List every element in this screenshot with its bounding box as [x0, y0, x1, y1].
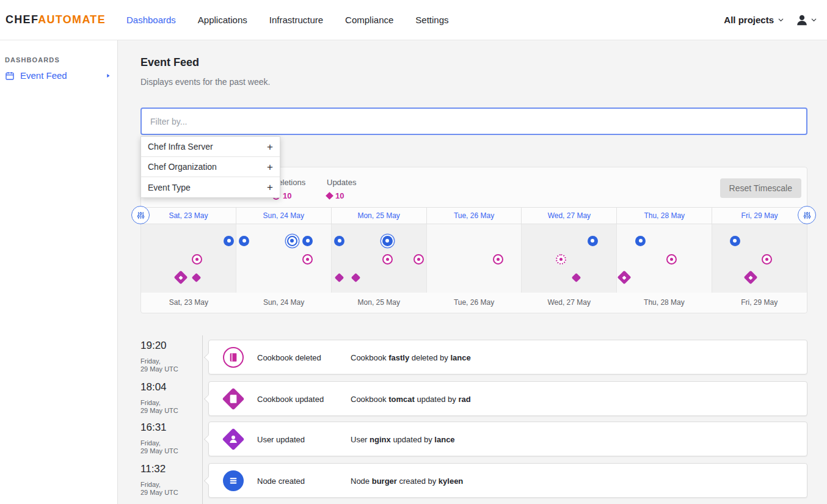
delete-event-marker[interactable]: [302, 254, 313, 265]
desc-action: created by: [399, 477, 437, 486]
navbar-right: All projects: [724, 13, 817, 27]
desc-prefix: Node: [351, 477, 370, 486]
chevron-right-icon: [105, 73, 111, 79]
day-label: Tue, 26 May: [426, 293, 522, 313]
timeline-markers: [141, 224, 807, 293]
update-event-marker[interactable]: [572, 272, 581, 282]
desc-prefix: User: [351, 435, 367, 444]
create-event-marker[interactable]: [302, 236, 313, 246]
entity-name: tomcat: [388, 395, 415, 404]
update-event-marker[interactable]: [351, 272, 360, 282]
delete-event-marker[interactable]: [556, 254, 566, 265]
create-event-marker[interactable]: [635, 236, 646, 246]
event-description: Cookbook fastly deleted by lance: [351, 353, 471, 362]
day-link-mon-25-may[interactable]: Mon, 25 May: [332, 208, 427, 224]
actor-name: lance: [450, 353, 470, 362]
event-description: User nginx updated by lance: [351, 435, 455, 444]
create-event-marker[interactable]: [239, 236, 249, 246]
filter-input[interactable]: [140, 108, 807, 135]
node-created-icon: [222, 469, 245, 492]
filter-category-label: Chef Organization: [148, 162, 217, 172]
card-notch: [204, 477, 213, 485]
day-link-wed-27-may[interactable]: Wed, 27 May: [522, 208, 617, 224]
filter-category-chef-infra-server[interactable]: Chef Infra Server+: [141, 137, 280, 157]
update-event-marker[interactable]: [618, 271, 632, 285]
day-link-tue-26-may[interactable]: Tue, 26 May: [427, 208, 522, 224]
day-link-sun-24-may[interactable]: Sun, 24 May: [236, 208, 332, 224]
desc-action: deleted by: [412, 353, 448, 362]
chevron-down-icon: [811, 16, 817, 23]
create-event-marker[interactable]: [730, 236, 740, 246]
event-card-node-created: Node createdNode burger created by kylee…: [208, 463, 807, 498]
day-link-thu-28-may[interactable]: Thu, 28 May: [617, 208, 712, 224]
cookbook-deleted-icon: [222, 346, 245, 369]
update-event-marker[interactable]: [192, 272, 202, 282]
day-link-sat-23-may[interactable]: Sat, 23 May: [141, 208, 236, 224]
expand-category-icon[interactable]: +: [267, 142, 273, 152]
nav-item-dashboards[interactable]: Dashboards: [126, 15, 176, 25]
event-weekday: Friday,: [140, 399, 199, 407]
event-title: User updated: [257, 435, 305, 444]
create-event-marker[interactable]: [224, 236, 234, 246]
event-card-cookbook-updated: Cookbook updatedCookbook tomcat updated …: [208, 381, 807, 416]
day-label: Fri, 29 May: [712, 293, 807, 313]
day-label: Mon, 25 May: [331, 293, 426, 313]
desc-prefix: Cookbook: [351, 353, 387, 362]
timeline-grid-wrap: [141, 224, 807, 293]
nav-item-applications[interactable]: Applications: [198, 15, 247, 25]
delete-event-marker[interactable]: [493, 254, 503, 265]
timescale-slider-icon: [136, 211, 145, 220]
delete-event-marker[interactable]: [382, 254, 393, 265]
sidebar-item-event-feed[interactable]: Event Feed: [5, 70, 114, 81]
filter-category-event-type[interactable]: Event Type+: [141, 177, 280, 197]
expand-category-icon[interactable]: +: [267, 182, 273, 192]
nav-item-compliance[interactable]: Compliance: [345, 15, 393, 25]
delete-event-marker[interactable]: [666, 254, 677, 265]
event-date: 29 May UTC: [140, 447, 199, 455]
day-link-fri-29-may[interactable]: Fri, 29 May: [712, 208, 807, 224]
projects-filter-button[interactable]: All projects: [724, 15, 784, 25]
create-event-marker[interactable]: [287, 236, 297, 246]
expand-category-icon[interactable]: +: [267, 162, 273, 172]
delete-event-marker[interactable]: [762, 254, 772, 265]
update-event-marker[interactable]: [174, 271, 188, 285]
event-weekday: Friday,: [140, 481, 199, 489]
reset-timescale-button[interactable]: Reset Timescale: [720, 178, 801, 198]
filter-category-chef-organization[interactable]: Chef Organization+: [141, 157, 280, 177]
event-time-label: 19:20: [140, 340, 199, 352]
event-title: Node created: [257, 477, 305, 486]
delete-event-marker[interactable]: [414, 254, 424, 265]
timescale-slider-right[interactable]: [798, 206, 816, 224]
cookbook-updated-icon: [222, 387, 245, 411]
create-event-marker[interactable]: [588, 236, 598, 246]
main-nav: DashboardsApplicationsInfrastructureComp…: [126, 15, 449, 25]
timescale-slider-left[interactable]: [131, 206, 150, 224]
event-description: Node burger created by kyleen: [351, 477, 463, 486]
stat-count: 10: [335, 191, 344, 200]
nav-item-settings[interactable]: Settings: [415, 15, 448, 25]
user-menu-button[interactable]: [795, 13, 817, 27]
event-list-guideline: [202, 335, 203, 504]
event-time-label: 11:32: [140, 463, 199, 475]
update-event-marker[interactable]: [744, 271, 758, 285]
update-event-marker[interactable]: [335, 272, 344, 282]
card-notch: [204, 395, 213, 403]
card-notch: [204, 353, 213, 362]
create-event-marker[interactable]: [334, 236, 344, 246]
page-title: Event Feed: [140, 56, 199, 69]
event-date: 29 May UTC: [140, 407, 199, 415]
actor-name: rad: [458, 395, 470, 404]
event-time: 19:20Friday,29 May UTC: [140, 340, 199, 373]
delete-event-marker[interactable]: [192, 254, 202, 265]
logo-chef: CHEF: [5, 13, 38, 26]
sidebar-heading: DASHBOARDS: [5, 56, 117, 64]
user-updated-icon: [222, 428, 245, 451]
timeline-day-footer: Sat, 23 MaySun, 24 MayMon, 25 MayTue, 26…: [141, 293, 807, 313]
create-event-marker[interactable]: [382, 236, 393, 246]
page-subtitle: Displays events for the past week.: [140, 77, 270, 87]
sidebar: DASHBOARDS Event Feed: [0, 40, 118, 504]
stat-label: Updates: [327, 178, 356, 187]
chevron-down-icon: [778, 16, 784, 23]
stat-updates: Updates10: [327, 178, 356, 200]
nav-item-infrastructure[interactable]: Infrastructure: [269, 15, 323, 25]
